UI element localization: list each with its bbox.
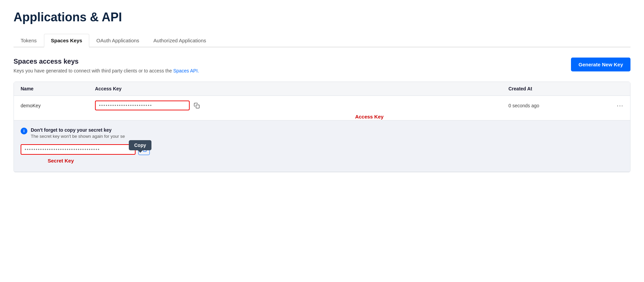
copy-secret-key-button[interactable] [138, 144, 150, 155]
secret-key-section: i Don't forget to copy your secret key T… [14, 120, 630, 172]
section-description: Keys you have generated to connect with … [14, 68, 199, 73]
info-banner: i Don't forget to copy your secret key T… [21, 127, 623, 139]
tab-authorized[interactable]: Authorized Applications [146, 34, 213, 47]
svg-rect-1 [143, 149, 146, 152]
more-actions-cell: ··· [603, 102, 623, 109]
info-icon: i [21, 128, 27, 134]
section-header: Spaces access keys Keys you have generat… [14, 58, 630, 73]
svg-rect-0 [196, 105, 199, 108]
col-header-actions [603, 86, 623, 91]
table-row-wrapper: demoKey 0 seconds ago ··· [14, 96, 630, 172]
secret-key-annotation-label: Secret Key [48, 158, 74, 164]
key-name-cell: demoKey [21, 103, 95, 108]
tab-oauth[interactable]: OAuth Applications [89, 34, 146, 47]
access-key-input [95, 101, 190, 110]
spaces-keys-table: Name Access Key Created At demoKey [14, 82, 630, 172]
more-actions-button[interactable]: ··· [617, 102, 623, 109]
spaces-api-link[interactable]: Spaces API. [173, 68, 199, 73]
secret-key-input [21, 144, 136, 155]
created-at-cell: 0 seconds ago [508, 103, 603, 108]
table-header: Name Access Key Created At [14, 82, 630, 96]
access-key-cell [95, 101, 508, 110]
secret-key-row: Copy [21, 144, 623, 155]
tab-spaces-keys[interactable]: Spaces Keys [44, 34, 90, 47]
generate-new-key-button[interactable]: Generate New Key [571, 58, 630, 71]
info-text-block: Don't forget to copy your secret key The… [31, 127, 125, 139]
info-description: The secret key won't be shown again for … [31, 134, 125, 139]
page-title: Applications & API [14, 10, 630, 24]
access-key-annotation-label: Access Key [355, 114, 383, 120]
section-title: Spaces access keys [14, 58, 199, 65]
key-name: demoKey [21, 103, 41, 108]
col-header-name: Name [21, 86, 95, 91]
tabs-bar: Tokens Spaces Keys OAuth Applications Au… [14, 34, 630, 47]
info-title: Don't forget to copy your secret key [31, 127, 125, 133]
col-header-created-at: Created At [508, 86, 603, 91]
col-header-access-key: Access Key [95, 86, 508, 91]
created-at-value: 0 seconds ago [508, 103, 539, 108]
copy-access-key-button[interactable] [192, 102, 201, 109]
tab-tokens[interactable]: Tokens [14, 34, 44, 47]
table-row: demoKey 0 seconds ago ··· [14, 96, 630, 115]
